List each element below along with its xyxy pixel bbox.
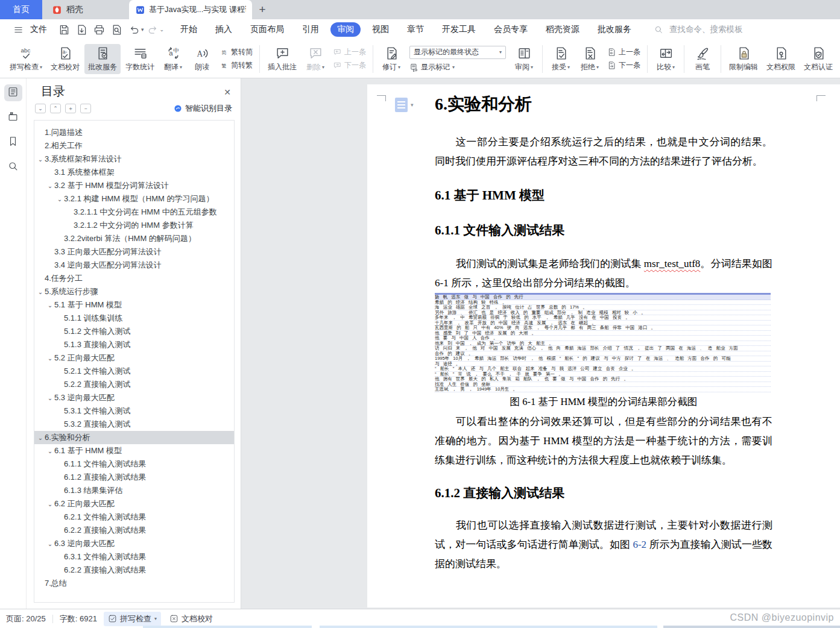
proofread-status-button[interactable]: 文档校对: [169, 614, 213, 624]
menu-tab[interactable]: 批改服务: [591, 22, 638, 37]
toc-item[interactable]: ⌄5.2.2 直接输入测试: [34, 378, 234, 391]
review-pane-button[interactable]: 审阅▾: [510, 44, 538, 74]
toc-item[interactable]: ⌄5.3.2 直接输入测试: [34, 418, 234, 431]
toolbar-more-icon[interactable]: ⌄: [160, 27, 165, 33]
toc-item[interactable]: ⌄3.2.1 构建 HMM 模型（HMM 的学习问题）: [34, 192, 234, 206]
undo-caret-icon[interactable]: ▾: [141, 27, 144, 33]
menu-tab[interactable]: 章节: [400, 22, 431, 37]
toc-item[interactable]: ⌄4.任务分工: [34, 272, 234, 285]
menu-tab[interactable]: 插入: [209, 22, 239, 37]
menu-tab[interactable]: 引用: [295, 22, 326, 37]
insert-comment-button[interactable]: 插入批注: [264, 44, 300, 74]
reject-button[interactable]: 拒绝▾: [576, 44, 604, 74]
restrict-editing-button[interactable]: 限制编辑: [725, 44, 762, 74]
print-icon[interactable]: [93, 24, 106, 36]
toc-item[interactable]: ⌄6.3.1 文件输入测试结果: [34, 550, 234, 564]
word-count-button[interactable]: 字数统计: [122, 44, 158, 74]
toc-item[interactable]: ⌄3.3 正向最大匹配分词算法设计: [34, 245, 234, 259]
toc-chevron-icon[interactable]: ⌄: [46, 302, 54, 309]
toc-chevron-icon[interactable]: ⌄: [36, 435, 45, 441]
toc-item[interactable]: ⌄3.2.1.1 中文分词在 HMM 中的五元组参数: [34, 206, 234, 219]
toc-chevron-icon[interactable]: ⌄: [46, 395, 54, 401]
menu-tab[interactable]: 稻壳资源: [539, 22, 586, 37]
toc-close-icon[interactable]: ✕: [224, 87, 231, 97]
smart-toc-button[interactable]: 智能识别目录: [174, 103, 232, 114]
find-button[interactable]: [4, 159, 22, 175]
toc-item[interactable]: ⌄6.2.1 文件输入测试结果: [34, 510, 234, 524]
toc-item[interactable]: ⌄7.总结: [34, 577, 234, 590]
toc-panel-button[interactable]: [4, 84, 22, 101]
toc-item[interactable]: ⌄2.相关工作: [34, 139, 234, 152]
toc-item[interactable]: ⌄6.2.2 直接输入测试结果: [34, 564, 234, 577]
revision-button[interactable]: 修订▾: [377, 44, 405, 74]
toc-collapse-button[interactable]: ⌃: [50, 104, 61, 113]
compare-button[interactable]: 比较▾: [652, 44, 680, 74]
toc-item[interactable]: ⌄6.1.3 结果集评估: [34, 484, 234, 497]
toc-item[interactable]: ⌄5.3 逆向最大匹配: [34, 391, 234, 404]
file-menu-button[interactable]: 文件: [0, 24, 55, 35]
toc-item[interactable]: ⌄6.2 正向最大匹配: [34, 497, 234, 510]
toc-item[interactable]: ⌄3.2.2viterbi 算法（HMM 的解码问题）: [34, 232, 234, 245]
toc-item[interactable]: ⌄1.问题描述: [34, 126, 234, 139]
toc-item[interactable]: ⌄5.2.1 文件输入测试: [34, 365, 234, 378]
grading-service-button[interactable]: 批改服务: [84, 44, 121, 74]
accept-button[interactable]: 接受▾: [547, 44, 575, 74]
menu-tab[interactable]: 开发工具: [435, 22, 482, 37]
toc-item[interactable]: ⌄6.3 逆向最大匹配: [34, 537, 234, 550]
print-preview-icon[interactable]: [110, 24, 123, 36]
home-tab[interactable]: 首页: [0, 0, 42, 19]
delete-comment-button[interactable]: 删除▾: [302, 44, 329, 74]
simp-to-trad-button[interactable]: 繁简转繁: [219, 60, 253, 71]
next-comment-button[interactable]: 下一条: [333, 60, 366, 71]
docer-tab[interactable]: 稻壳: [42, 0, 124, 19]
trad-to-simp-button[interactable]: 简繁转简: [219, 47, 253, 57]
markup-state-select[interactable]: 显示标记的最终状态▾: [409, 46, 506, 59]
document-tab[interactable]: 基于Java实现...与实现 课程论文: [129, 0, 252, 19]
doc-proofread-button[interactable]: a-文档校对: [47, 44, 83, 74]
new-tab-button[interactable]: +: [252, 0, 273, 19]
toc-chevron-icon[interactable]: ⌄: [46, 355, 54, 362]
toc-item[interactable]: ⌄6.1.1 文件输入测试结果: [34, 457, 234, 471]
page-indicator[interactable]: 页面: 20/25: [6, 614, 46, 624]
spellcheck-status-button[interactable]: 拼写检查 ▾: [104, 612, 161, 626]
toc-chevron-icon[interactable]: ⌄: [46, 448, 54, 454]
toc-expand-all-button[interactable]: ＋: [65, 104, 76, 113]
show-markup-button[interactable]: 显示标记▾: [409, 62, 506, 72]
toc-item[interactable]: ⌄5.1.1 训练集训练: [34, 312, 234, 325]
page-options-button[interactable]: ▾: [395, 98, 414, 112]
toc-item[interactable]: ⌄6.1.2 直接输入测试结果: [34, 471, 234, 484]
toc-item[interactable]: ⌄5.1.2 文件输入测试: [34, 325, 234, 338]
toc-item[interactable]: ⌄6.1 基于 HMM 模型: [34, 444, 234, 457]
toc-chevron-icon[interactable]: ⌄: [36, 156, 45, 163]
menu-tab[interactable]: 开始: [174, 22, 204, 37]
document-page[interactable]: ▾ 6.实验和分析 这一部分主要是介绍系统运行之后的结果，也就是中文分词的结果。…: [367, 84, 840, 608]
toc-item[interactable]: ⌄6.2.2 直接输入测试结果: [34, 524, 234, 537]
toc-chevron-icon[interactable]: ⌄: [46, 183, 54, 189]
prev-change-button[interactable]: 上一条: [607, 47, 640, 57]
toc-item[interactable]: ⌄5.3.1 文件输入测试: [34, 404, 234, 418]
toc-item[interactable]: ⌄5.1 基于 HMM 模型: [34, 298, 234, 312]
next-change-button[interactable]: 下一条: [607, 60, 640, 71]
toc-item[interactable]: ⌄3.2 基于 HMM 模型分词算法设计: [34, 179, 234, 192]
toc-item[interactable]: ⌄3.2.1.2 中文分词的 HMM 参数计算: [34, 219, 234, 232]
chapter-nav-button[interactable]: [4, 109, 22, 126]
toc-item[interactable]: ⌄3.4 逆向最大匹配分词算法设计: [34, 259, 234, 272]
ink-brush-button[interactable]: 画笔: [689, 44, 716, 74]
read-aloud-button[interactable]: A朗读: [188, 44, 216, 74]
toc-item[interactable]: ⌄3.1 系统整体框架: [34, 166, 234, 179]
toc-chevron-icon[interactable]: ⌄: [46, 501, 54, 507]
doc-permission-button[interactable]: 文档权限: [763, 44, 799, 74]
toc-chevron-icon[interactable]: ⌄: [36, 289, 45, 295]
bookmark-button[interactable]: [4, 134, 22, 151]
doc-certification-button[interactable]: 文档认证: [800, 44, 836, 74]
menu-tab[interactable]: 视图: [365, 22, 396, 37]
export-icon[interactable]: [75, 24, 88, 36]
command-search[interactable]: 查找命令、搜索模板: [651, 24, 743, 35]
toc-chevron-icon[interactable]: ⌄: [46, 541, 54, 547]
menu-tab[interactable]: 页面布局: [244, 22, 291, 37]
toc-expand-button[interactable]: ⌄: [35, 104, 46, 113]
redo-icon[interactable]: [147, 24, 159, 36]
toc-item[interactable]: ⌄6.实验和分析: [34, 431, 234, 444]
word-count-indicator[interactable]: 字数: 6921: [60, 614, 97, 624]
translate-button[interactable]: a中翻译▾: [159, 44, 187, 74]
